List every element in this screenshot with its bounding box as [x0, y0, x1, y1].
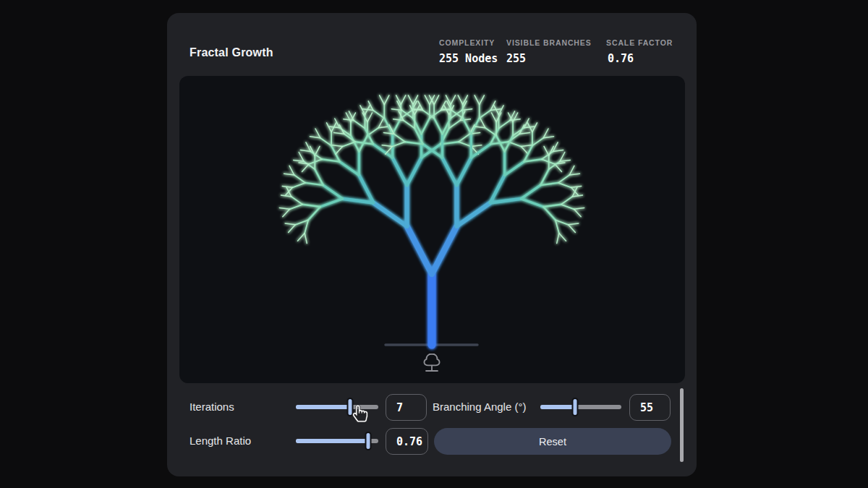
iterations-value: 7 [396, 401, 403, 414]
branching-angle-slider-thumb[interactable] [572, 398, 579, 416]
page-title: Fractal Growth [190, 46, 273, 59]
tree-icon [424, 354, 439, 372]
length-ratio-slider-thumb[interactable] [365, 432, 372, 450]
branching-angle-slider-track[interactable] [540, 405, 621, 409]
length-ratio-label: Length Ratio [190, 435, 251, 447]
app-panel: Fractal Growth COMPLEXITY 255 Nodes VISI… [167, 13, 697, 476]
controls-scrollbar[interactable] [680, 388, 684, 462]
stat-visible-branches-label: VISIBLE BRANCHES [506, 38, 592, 47]
branching-angle-slider[interactable] [540, 398, 621, 416]
length-ratio-value: 0.76 [396, 435, 422, 448]
stat-visible-branches-value: 255 [506, 52, 592, 65]
iterations-value-box[interactable]: 7 [386, 394, 427, 421]
branching-angle-value-box[interactable]: 55 [629, 394, 671, 421]
iterations-slider-thumb[interactable] [347, 398, 354, 416]
fractal-tree [279, 95, 584, 345]
stat-scale-factor-value: 0.76 [608, 52, 673, 65]
stat-complexity: COMPLEXITY 255 Nodes [439, 38, 498, 65]
branching-angle-slider-fill [540, 405, 575, 409]
stat-scale-factor-label: SCALE FACTOR [606, 38, 673, 47]
fractal-canvas [179, 76, 685, 383]
iterations-slider-track[interactable] [296, 405, 378, 409]
iterations-slider-fill [296, 405, 350, 409]
length-ratio-slider-fill [296, 439, 368, 443]
stat-scale-factor: SCALE FACTOR 0.76 [606, 38, 673, 65]
stat-complexity-label: COMPLEXITY [439, 38, 498, 47]
iterations-label: Iterations [190, 401, 234, 413]
length-ratio-value-box[interactable]: 0.76 [386, 428, 428, 455]
page-root: { "header": { "title": "Fractal Growth",… [0, 0, 868, 488]
iterations-slider[interactable] [296, 398, 378, 416]
length-ratio-slider[interactable] [296, 432, 378, 450]
stat-complexity-value: 255 Nodes [439, 52, 498, 65]
stat-visible-branches: VISIBLE BRANCHES 255 [506, 38, 592, 65]
branching-angle-value: 55 [640, 401, 653, 414]
fractal-tree-svg [179, 76, 685, 383]
reset-button[interactable]: Reset [434, 428, 671, 455]
branching-angle-label: Branching Angle (°) [433, 401, 526, 413]
